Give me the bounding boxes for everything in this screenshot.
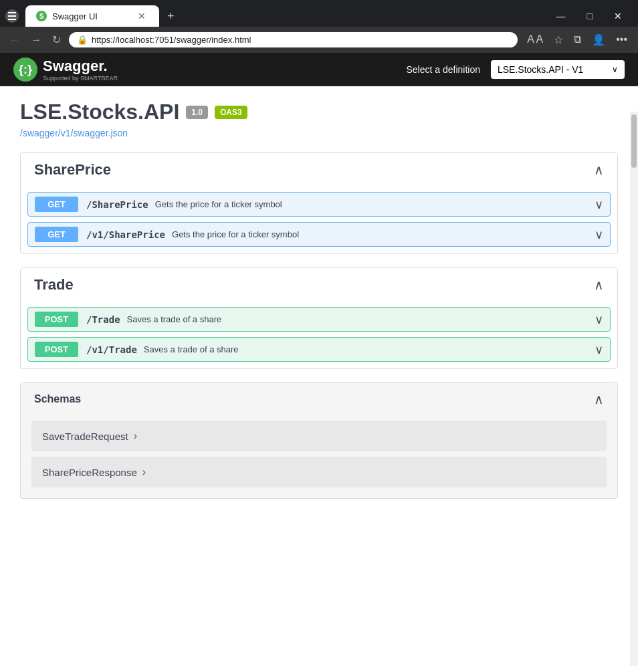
schema-name: SaveTradeRequest (42, 431, 128, 442)
trade-section-header[interactable]: Trade ∧ (21, 268, 617, 302)
svg-rect-2 (8, 19, 16, 20)
reload-button[interactable]: ↻ (49, 31, 64, 49)
post-v1-trade-endpoint[interactable]: POST /v1/Trade Saves a trade of a share … (27, 337, 611, 362)
read-aloud-icon[interactable]: A A (523, 31, 547, 49)
swagger-icon: {:} (13, 58, 37, 82)
endpoint-description: Gets the price for a ticker symbol (155, 199, 282, 209)
trade-section: Trade ∧ POST /Trade Saves a trade of a s… (20, 267, 618, 369)
back-button[interactable]: ← (7, 31, 23, 49)
select-definition-label: Select a definition (406, 64, 480, 75)
tab-close-button[interactable]: ✕ (135, 9, 148, 23)
trade-title: Trade (34, 276, 74, 294)
definition-select-wrapper[interactable]: LSE.Stocks.API - V1 (491, 60, 625, 79)
swagger-body: LSE.Stocks.API 1.0 OAS3 /swagger/v1/swag… (0, 86, 638, 666)
close-button[interactable]: ✕ (603, 8, 633, 24)
share-price-response-schema[interactable]: SharePriceResponse › (31, 457, 607, 487)
svg-rect-0 (8, 12, 16, 13)
tab-favicon: S (36, 11, 47, 21)
get-v1-method-badge: GET (35, 227, 78, 242)
oas-badge: OAS3 (215, 106, 247, 119)
endpoint-v1-chevron-icon: ∨ (595, 227, 603, 242)
swagger-logo: {:} Swagger. Supported by SMARTBEAR (13, 58, 118, 82)
favorites-icon[interactable]: ☆ (550, 31, 567, 49)
endpoint-path: /SharePrice (86, 199, 148, 210)
schemas-chevron-icon: ∧ (594, 391, 604, 407)
schema-expand-icon: › (134, 430, 137, 442)
save-trade-request-schema[interactable]: SaveTradeRequest › (31, 421, 607, 451)
trade-endpoint-path: /Trade (86, 314, 120, 325)
sidebar-toggle-icon[interactable] (5, 9, 19, 23)
swagger-container: {:} Swagger. Supported by SMARTBEAR Sele… (0, 53, 638, 666)
trade-endpoint-description: Saves a trade of a share (127, 314, 222, 324)
post-trade-endpoint[interactable]: POST /Trade Saves a trade of a share ∨ (27, 307, 611, 332)
browser-tab[interactable]: S Swagger UI ✕ (25, 5, 159, 27)
url-text: https://localhost:7051/swagger/index.htm… (92, 35, 510, 45)
swagger-header: {:} Swagger. Supported by SMARTBEAR Sele… (0, 53, 638, 86)
post-v1-method-badge: POST (35, 342, 78, 357)
schema-expand-icon-2: › (142, 466, 146, 478)
api-title: LSE.Stocks.API (20, 100, 179, 124)
scrollbar-thumb[interactable] (631, 114, 637, 168)
trade-v1-endpoint-description: Saves a trade of a share (144, 344, 239, 354)
minimize-button[interactable]: — (546, 8, 576, 24)
share-price-chevron-icon: ∧ (594, 162, 604, 178)
address-bar[interactable]: 🔒 https://localhost:7051/swagger/index.h… (69, 32, 518, 47)
navigation-bar: ← → ↻ 🔒 https://localhost:7051/swagger/i… (0, 27, 638, 53)
endpoint-v1-path: /v1/SharePrice (86, 229, 165, 240)
schemas-title: Schemas (34, 393, 81, 405)
endpoint-v1-description: Gets the price for a ticker symbol (172, 229, 299, 239)
maximize-button[interactable]: □ (576, 8, 603, 24)
get-method-badge: GET (35, 197, 78, 212)
new-tab-button[interactable]: + (162, 7, 180, 26)
svg-rect-1 (8, 15, 16, 17)
profile-icon[interactable]: 👤 (588, 31, 609, 49)
schemas-section: Schemas ∧ SaveTradeRequest › SharePriceR… (20, 382, 618, 499)
schemas-header[interactable]: Schemas ∧ (21, 383, 617, 415)
swagger-sub: Supported by SMARTBEAR (43, 75, 118, 82)
window-controls: — □ ✕ (546, 8, 633, 24)
forward-button[interactable]: → (28, 31, 44, 49)
tab-title: Swagger UI (52, 11, 130, 21)
trade-v1-endpoint-path: /v1/Trade (86, 344, 137, 355)
share-price-section: SharePrice ∧ GET /SharePrice Gets the pr… (20, 152, 618, 254)
swagger-json-link[interactable]: /swagger/v1/swagger.json (20, 128, 128, 138)
api-title-row: LSE.Stocks.API 1.0 OAS3 (20, 100, 618, 124)
share-price-title: SharePrice (34, 161, 111, 179)
get-v1-shareprice-endpoint[interactable]: GET /v1/SharePrice Gets the price for a … (27, 222, 611, 247)
endpoint-chevron-icon: ∨ (595, 197, 603, 212)
trade-v1-endpoint-chevron-icon: ∨ (595, 342, 603, 357)
share-price-section-header[interactable]: SharePrice ∧ (21, 153, 617, 187)
trade-chevron-icon: ∧ (594, 277, 604, 293)
trade-endpoint-chevron-icon: ∨ (595, 312, 603, 327)
lock-icon: 🔒 (77, 35, 88, 45)
settings-icon[interactable]: ••• (612, 31, 631, 49)
scrollbar-track[interactable] (630, 112, 638, 666)
post-method-badge: POST (35, 312, 78, 327)
definition-select[interactable]: LSE.Stocks.API - V1 (491, 60, 625, 79)
schema-name-2: SharePriceResponse (42, 467, 137, 478)
collections-icon[interactable]: ⧉ (570, 31, 585, 49)
get-shareprice-endpoint[interactable]: GET /SharePrice Gets the price for a tic… (27, 192, 611, 217)
browser-nav-icons: A A ☆ ⧉ 👤 ••• (523, 31, 631, 49)
browser-chrome: S Swagger UI ✕ + — □ ✕ ← → ↻ 🔒 https://l… (0, 0, 638, 53)
swagger-brand: Swagger. (43, 58, 108, 74)
version-badge: 1.0 (186, 106, 208, 119)
